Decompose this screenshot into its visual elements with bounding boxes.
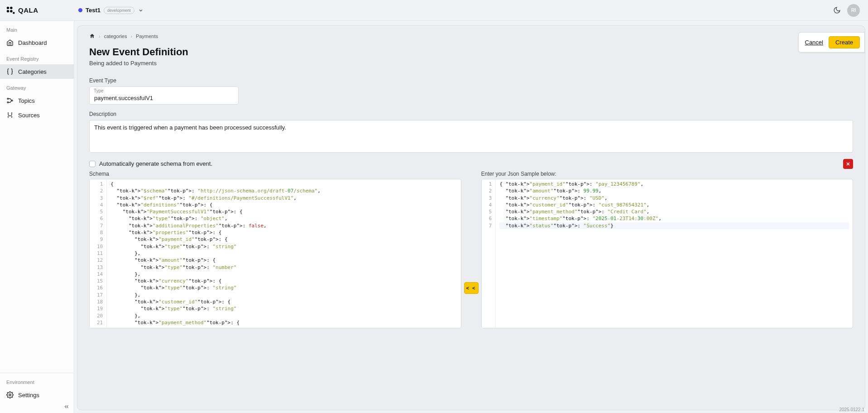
collapse-sidebar-button[interactable]: [62, 402, 71, 411]
version-label: 2025.0122.1: [839, 407, 864, 412]
page-subtitle: Being added to Payments: [89, 60, 853, 67]
svg-point-4: [13, 12, 14, 14]
sample-label: Enter your Json Sample below:: [481, 171, 854, 177]
chevrons-left-icon: [63, 403, 70, 410]
page-title: New Event Definition: [89, 46, 853, 58]
main: › categories › Payments New Event Defini…: [74, 21, 868, 413]
home-icon[interactable]: [89, 33, 95, 39]
theme-toggle[interactable]: [831, 5, 843, 16]
description-textarea[interactable]: [89, 120, 853, 153]
project-name: Test1: [86, 7, 101, 14]
avatar[interactable]: RI: [847, 4, 860, 17]
svg-point-8: [9, 394, 11, 396]
schema-label: Schema: [89, 171, 461, 177]
sidebar-item-label: Sources: [18, 112, 40, 119]
svg-point-1: [10, 6, 13, 9]
chevron-right-icon: ›: [99, 34, 101, 39]
braces-icon: [6, 68, 14, 75]
svg-point-3: [10, 10, 13, 13]
chevron-right-icon: ›: [130, 34, 132, 39]
event-type-input[interactable]: [89, 86, 239, 105]
gear-icon: [6, 391, 14, 399]
sidebar-item-categories[interactable]: Categories: [0, 64, 74, 79]
svg-point-2: [7, 10, 10, 13]
breadcrumb-categories[interactable]: categories: [104, 34, 127, 39]
brand-text: QALA: [18, 6, 38, 14]
svg-point-0: [7, 6, 10, 9]
sample-editor[interactable]: 1234567 { "tok-k">"payment_id""tok-p">: …: [481, 179, 854, 328]
sidebar-section-environment: Environment: [0, 373, 74, 388]
autogen-checkbox[interactable]: [89, 161, 96, 167]
sidebar-section-gateway: Gateway: [0, 79, 74, 93]
close-sample-button[interactable]: [843, 159, 853, 169]
home-icon: [6, 39, 14, 46]
breadcrumb-payments[interactable]: Payments: [136, 34, 158, 39]
sidebar-item-sources[interactable]: Sources: [0, 108, 74, 122]
sidebar-item-topics[interactable]: Topics: [0, 93, 74, 108]
close-icon: [845, 161, 851, 167]
autogen-label: Automatically generate schema from event…: [99, 160, 212, 167]
breadcrumb: › categories › Payments: [89, 33, 853, 39]
topics-icon: [6, 97, 14, 104]
brand-icon: [5, 5, 15, 15]
brand-logo: QALA: [5, 5, 76, 15]
sources-icon: [6, 111, 14, 119]
type-float-label: Type: [94, 88, 104, 93]
project-dot-icon: [78, 8, 82, 12]
sidebar-item-dashboard[interactable]: Dashboard: [0, 35, 74, 50]
sidebar: Main Dashboard Event Registry Categories…: [0, 21, 74, 413]
env-badge: development: [104, 7, 134, 14]
event-type-label: Event Type: [89, 77, 853, 84]
sidebar-item-label: Topics: [18, 97, 35, 104]
chevron-down-icon: [138, 7, 144, 14]
transfer-button[interactable]: < <: [464, 282, 479, 294]
sidebar-item-label: Dashboard: [18, 39, 47, 46]
create-button[interactable]: Create: [829, 36, 860, 48]
topbar: QALA Test1 development RI: [0, 0, 868, 21]
sidebar-item-settings[interactable]: Settings: [0, 388, 74, 402]
sidebar-section-eventregistry: Event Registry: [0, 50, 74, 64]
svg-point-5: [7, 98, 9, 100]
cancel-button[interactable]: Cancel: [805, 39, 823, 46]
schema-editor[interactable]: 123456789101112131415161718192021 { "tok…: [89, 179, 461, 328]
sidebar-item-label: Settings: [18, 392, 39, 399]
sidebar-item-label: Categories: [18, 68, 47, 75]
sidebar-section-main: Main: [0, 21, 74, 35]
header-actions: Cancel Create: [798, 32, 865, 53]
svg-point-6: [7, 102, 9, 103]
description-label: Description: [89, 111, 853, 117]
project-selector[interactable]: Test1 development: [78, 7, 144, 14]
